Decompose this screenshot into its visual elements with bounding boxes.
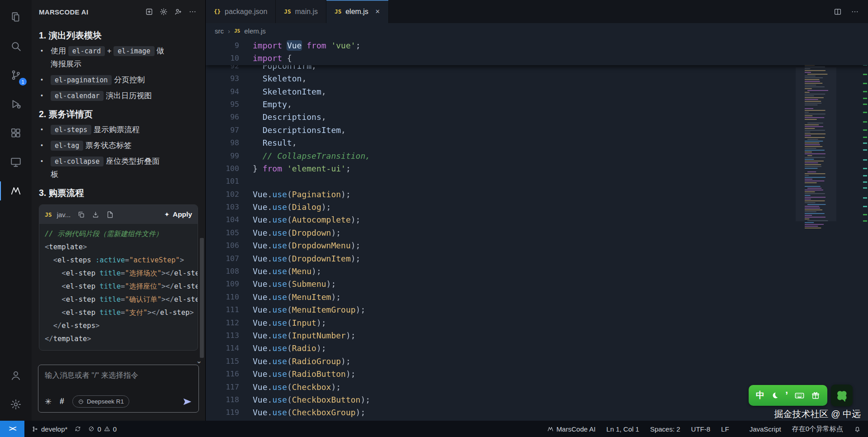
- run-debug-icon: [10, 98, 22, 110]
- activity-item-extensions[interactable]: [0, 119, 32, 147]
- code-line: 119Vue.use(CheckboxGroup);: [206, 406, 868, 419]
- line-number: 110: [206, 291, 239, 304]
- error-icon: [88, 426, 94, 432]
- split-editor-icon: [834, 8, 842, 16]
- line-number: 120: [206, 419, 239, 421]
- code-lines: 92 Popconfirm,93 Skeleton,94 SkeletonIte…: [206, 60, 868, 421]
- code-line: 114Vue.use(Radio);: [206, 342, 868, 355]
- invite-button[interactable]: [173, 6, 184, 17]
- save-as-button[interactable]: [105, 210, 115, 219]
- sidebar-scrollbar[interactable]: [200, 238, 204, 358]
- apply-button[interactable]: ✦Apply: [164, 210, 192, 218]
- copy-button[interactable]: [76, 210, 86, 219]
- code-line: 104Vue.use(Autocomplete);: [206, 214, 868, 226]
- code-line: 111Vue.use(MenuItemGroup);: [206, 304, 868, 316]
- split-editor-button[interactable]: [834, 8, 842, 16]
- close-tab-icon[interactable]: ✕: [375, 8, 380, 15]
- code-line: 100} from 'element-ui';: [206, 162, 868, 175]
- chat-input-box[interactable]: 输入消息或者 "/" 来选择指令 ✳ # Deepseek R1: [38, 365, 199, 413]
- sidebar-header: MARSCODE AI: [32, 0, 205, 24]
- breadcrumb-folder[interactable]: src: [215, 27, 224, 35]
- activity-item-account[interactable]: [0, 361, 32, 390]
- account-icon: [10, 370, 22, 381]
- chevron-right-icon: ›: [228, 27, 230, 35]
- more-button[interactable]: [851, 8, 859, 16]
- tab-package.json[interactable]: {} package.json: [206, 0, 276, 23]
- editor-area: {} package.json JS main.js JS elem.js ✕ …: [206, 0, 868, 421]
- prompt-sparkle-button[interactable]: ✳: [45, 397, 52, 407]
- git-branch-item[interactable]: develop*: [32, 425, 67, 433]
- code-line: 117Vue.use(Checkbox);: [206, 381, 868, 394]
- status-item-0[interactable]: MarsCode AI: [547, 425, 596, 433]
- code-line: 96 Descriptions,: [206, 111, 868, 124]
- source-control-badge: 1: [19, 78, 27, 86]
- send-button[interactable]: [182, 397, 192, 407]
- activity-item-marscode-ai[interactable]: [0, 176, 32, 205]
- line-number: 95: [206, 98, 239, 111]
- activity-item-remote-explorer[interactable]: [0, 147, 32, 176]
- problems-item[interactable]: 00: [88, 425, 117, 433]
- chat-bullet: •el-tag 票务状态标签: [41, 139, 198, 152]
- app-window: 1 MARSCODE AI 1. 演出列表模块•使用 el-card + el-…: [0, 0, 868, 421]
- activity-item-explorer[interactable]: [0, 3, 32, 32]
- bullet-dot: •: [41, 155, 51, 168]
- remote-explorer-icon: [10, 156, 22, 168]
- chat-bullet: •使用 el-card + el-image 做海报展示: [41, 44, 198, 71]
- code-line: 101: [206, 175, 868, 188]
- sidebar-title: MARSCODE AI: [39, 8, 88, 16]
- activity-item-source-control[interactable]: 1: [0, 61, 32, 90]
- code-line: 9import Vue from 'vue';: [206, 39, 868, 52]
- tab-main.js[interactable]: JS main.js: [276, 0, 326, 23]
- insert-icon: [92, 211, 99, 218]
- activity-item-search[interactable]: [0, 32, 32, 61]
- status-item-6[interactable]: 存在0个异常标点: [792, 425, 843, 433]
- settings-icon: [160, 8, 168, 16]
- snippet-line: <el-step title="选择场次"></el-step>: [45, 267, 198, 280]
- activity-bar: 1: [0, 0, 32, 421]
- save-as-icon: [106, 211, 114, 218]
- status-item-2[interactable]: Spaces: 2: [650, 425, 680, 433]
- js-file-icon: JS: [335, 8, 341, 15]
- code-line: 116Vue.use(RadioButton);: [206, 368, 868, 380]
- activity-item-settings[interactable]: [0, 390, 32, 419]
- code-line: 112Vue.use(Input);: [206, 317, 868, 329]
- activity-item-run-debug[interactable]: [0, 90, 32, 119]
- settings-button[interactable]: [158, 6, 169, 17]
- more-button[interactable]: [187, 6, 198, 17]
- status-item-1[interactable]: Ln 1, Col 1: [606, 425, 639, 433]
- line-number: 112: [206, 317, 239, 329]
- breadcrumb-file[interactable]: elem.js: [244, 27, 266, 35]
- warning-icon: [104, 426, 110, 432]
- snippet-line: <template>: [45, 241, 198, 254]
- status-item-4[interactable]: LF: [721, 425, 729, 433]
- code-line: 120Vue.use(Switch);: [206, 419, 868, 421]
- remote-indicator[interactable]: ><: [0, 421, 24, 437]
- inline-code-chip: el-tag: [51, 141, 83, 151]
- line-number: 119: [206, 406, 239, 419]
- model-selector-button[interactable]: Deepseek R1: [72, 395, 129, 408]
- line-number: 10: [206, 52, 239, 65]
- new-chat-button[interactable]: [144, 6, 155, 17]
- status-item-3[interactable]: UTF-8: [691, 425, 711, 433]
- snippet-lang-label: jav...: [57, 211, 71, 218]
- code-line: 106Vue.use(DropdownMenu);: [206, 239, 868, 252]
- line-number: 9: [206, 39, 239, 52]
- code-editor[interactable]: 9import Vue from 'vue';10import { 92 Pop…: [206, 38, 868, 421]
- status-item-7[interactable]: [854, 426, 861, 432]
- code-line: 95 Empty,: [206, 98, 868, 111]
- snippet-line: <el-step title="确认订单"></el-step>: [45, 293, 198, 306]
- code-line: 103Vue.use(Dialog);: [206, 201, 868, 214]
- tab-elem.js[interactable]: JS elem.js ✕: [326, 0, 389, 23]
- line-number: 100: [206, 162, 239, 175]
- line-number: 115: [206, 355, 239, 368]
- bullet-dot: •: [41, 139, 51, 152]
- context-hash-button[interactable]: #: [60, 397, 64, 406]
- status-item-5[interactable]: JavaScript: [740, 425, 781, 433]
- bell-icon: [854, 426, 861, 432]
- code-line: 118Vue.use(CheckboxButton);: [206, 394, 868, 406]
- insert-button[interactable]: [91, 210, 100, 219]
- chevron-down-icon[interactable]: [196, 356, 202, 365]
- sync-button[interactable]: [75, 426, 81, 432]
- tab-bar: {} package.json JS main.js JS elem.js ✕: [206, 0, 868, 23]
- line-number: 108: [206, 265, 239, 278]
